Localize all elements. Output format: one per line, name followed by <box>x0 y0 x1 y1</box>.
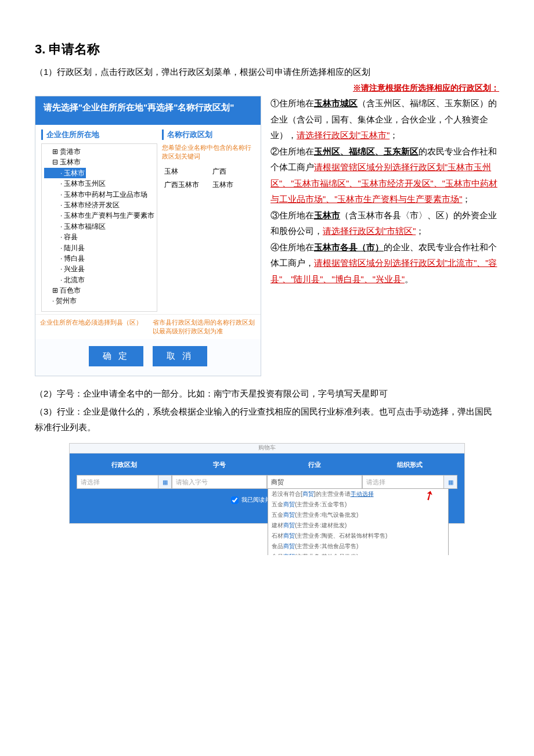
industry-dropdown[interactable]: ➚ 若没有符合[商贸]的主营业务请手动选择五金商贸(主营业务:五金零售)五金商贸… <box>268 488 449 555</box>
dialog-title: 请先选择"企业住所所在地"再选择"名称行政区划" <box>35 96 261 125</box>
org-select[interactable]: 请选择▦ <box>362 475 457 489</box>
tree-node[interactable]: · 玉林市福绵区 <box>44 221 154 232</box>
confirm-button[interactable]: 确 定 <box>89 346 143 366</box>
region-dialog-screenshot: 请先选择"企业住所所在地"再选择"名称行政区划" 企业住所所在地 ⊞ 贵港市⊟ … <box>35 96 261 376</box>
form-col-header: 行政区划 <box>77 460 172 469</box>
footer-hint-left: 企业住所所在地必须选择到县（区） <box>35 315 148 339</box>
tree-node[interactable]: · 贺州市 <box>44 296 154 306</box>
keyword-grid[interactable]: 玉林广西广西玉林市玉林市 <box>162 164 255 192</box>
keyword-option[interactable]: 广西 <box>212 167 252 177</box>
section-heading: 3. 申请名称 <box>35 41 499 58</box>
tree-node[interactable]: · 玉林市 <box>44 168 86 178</box>
tree-node[interactable]: · 兴业县 <box>44 264 154 274</box>
keyword-option[interactable]: 广西玉林市 <box>164 180 204 190</box>
rules-text: ①住所地在玉林市城区（含玉州区、福绵区、玉东新区）的企业（含公司，国有、集体企业… <box>270 96 499 288</box>
region-tree[interactable]: ⊞ 贵港市⊟ 玉林市· 玉林市· 玉林市玉州区· 玉林市中药材与工业品市场· 玉… <box>41 143 157 312</box>
form-col-header: 字号 <box>172 460 267 469</box>
panel-left-title: 企业住所所在地 <box>41 129 157 140</box>
tree-node[interactable]: ⊞ 贵港市 <box>44 146 154 157</box>
tree-node[interactable]: ⊟ 玉林市 <box>44 157 154 167</box>
agreement-checkbox[interactable] <box>231 496 239 504</box>
form-col-header: 行业 <box>267 460 362 469</box>
paragraph-2: （2）字号：企业申请全名中的一部分。比如：南宁市天星投资有限公司，字号填写天星即… <box>35 386 499 401</box>
dropdown-icon[interactable]: ▦ <box>158 476 171 488</box>
tree-node[interactable]: · 玉林市中药材与工业品市场 <box>44 189 154 200</box>
dropdown-option[interactable]: 石材商贸(主营业务:陶瓷、石材装饰材料零售) <box>268 531 448 541</box>
dropdown-icon[interactable]: ▦ <box>443 476 457 488</box>
keyword-option[interactable]: 玉林市 <box>212 180 252 190</box>
dropdown-option[interactable]: 食品商贸(主营业务:其他食品零售) <box>268 541 448 552</box>
tree-node[interactable]: · 容县 <box>44 232 154 242</box>
industry-input[interactable]: 商贸 ➚ 若没有符合[商贸]的主营业务请手动选择五金商贸(主营业务:五金零售)五… <box>267 475 362 489</box>
name-input[interactable]: 请输入字号 <box>172 475 267 489</box>
tree-node[interactable]: · 北流市 <box>44 275 154 285</box>
paragraph-1: （1）行政区划，点击行政区划，弹出行政区划菜单，根据公司申请住所选择相应的区划 <box>35 64 499 80</box>
keyword-option[interactable]: 玉林 <box>164 167 204 177</box>
panel-right-title: 名称行政区划 <box>162 129 255 140</box>
tree-node[interactable]: ⊞ 百色市 <box>44 285 154 296</box>
tree-node[interactable]: · 陆川县 <box>44 243 154 253</box>
keyword-hint: 您希望企业名称中包含的名称行政区划关键词 <box>162 143 255 161</box>
paragraph-3: （3）行业：企业是做什么的，系统会根据企业输入的行业查找相应的国民行业标准列表。… <box>35 404 499 435</box>
tree-node[interactable]: · 玉林市玉州区 <box>44 178 154 189</box>
industry-form-screenshot: 购物车 行政区划字号行业组织形式 请选择▦ 请输入字号 商贸 ➚ 若没有符合[商… <box>69 443 465 524</box>
dropdown-option[interactable]: 五金商贸(主营业务:五金零售) <box>268 499 448 510</box>
tree-node[interactable]: · 博白县 <box>44 253 154 264</box>
tree-node[interactable]: · 玉林市经济开发区 <box>44 200 154 210</box>
dropdown-option[interactable]: 建材商贸(主营业务:建材批发) <box>268 520 448 531</box>
footer-hint-right: 省市县行政区划选用的名称行政区划以最高级别行政区划为准 <box>148 315 261 339</box>
form-col-header: 组织形式 <box>362 460 457 469</box>
tree-node[interactable]: · 玉林市生产资料与生产要素市 <box>44 210 154 221</box>
dropdown-option[interactable]: 食品商贸(主营业务:其他食品批发) <box>268 552 448 555</box>
region-select[interactable]: 请选择▦ <box>77 475 172 489</box>
cancel-button[interactable]: 取 消 <box>153 346 207 366</box>
dropdown-option[interactable]: 五金商贸(主营业务:电气设备批发) <box>268 510 448 520</box>
notice-line: ※请注意根据住所选择相应的行政区划： <box>35 83 499 93</box>
